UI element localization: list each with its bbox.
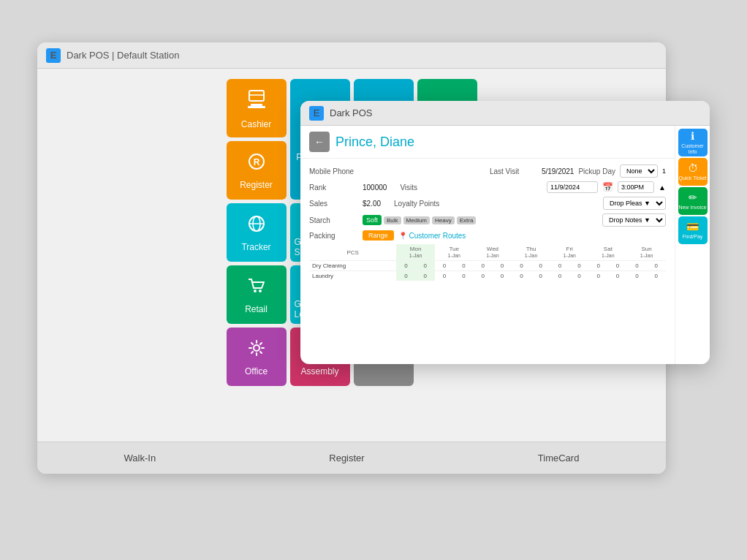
find-pay-label: Find/Pay xyxy=(683,234,703,240)
bottombar-walkin[interactable]: Walk-In xyxy=(113,448,168,468)
date-right: 📅 ▲ xyxy=(547,181,666,193)
starch-bulk[interactable]: Bulk xyxy=(384,216,401,224)
customer-routes-link[interactable]: 📍 Customer Routes xyxy=(398,232,466,240)
tile-cashier[interactable]: Cashier xyxy=(227,79,287,137)
globe-icon xyxy=(246,213,267,238)
loyalty-label: Loyalty Points xyxy=(394,200,441,208)
tile-office[interactable]: Office xyxy=(227,328,287,386)
sched-header-mon: Mon1-Jan xyxy=(396,244,435,261)
last-visit-label: Last Visit xyxy=(490,167,537,175)
back-button[interactable]: ← xyxy=(309,132,330,152)
bottombar-timecard[interactable]: TimeCard xyxy=(526,448,591,468)
pencil-icon: ✏ xyxy=(689,192,697,204)
back-titlebar: E Dark POS | Default Station xyxy=(37,42,666,69)
calendar-icon: 📅 xyxy=(602,182,613,192)
sched-header-sun: Sun1-Jan xyxy=(627,244,666,261)
quick-ticket-label: Quick Ticket xyxy=(678,175,706,181)
new-invoice-label: New Invoice xyxy=(678,205,706,211)
front-title: Dark POS xyxy=(330,107,373,118)
front-titlebar: E Dark POS xyxy=(300,101,710,126)
sched-header-tue: Tue1-Jan xyxy=(435,244,474,261)
svg-point-21 xyxy=(254,290,257,292)
sched-header-thu: Thu1-Jan xyxy=(512,244,550,261)
laundry-row: Laundry 00 00 00 00 00 00 00 xyxy=(309,271,666,281)
cashier-label: Cashier xyxy=(241,119,271,129)
range-button[interactable]: Range xyxy=(363,230,394,241)
gear-icon xyxy=(246,338,267,362)
back-title: Dark POS | Default Station xyxy=(67,50,179,61)
back-logo: E xyxy=(46,48,61,63)
tile-retail[interactable]: Retail xyxy=(227,265,287,324)
cashier-icon xyxy=(245,88,268,115)
visits-label: Visits xyxy=(400,183,447,192)
clock-icon: ⏱ xyxy=(688,162,698,175)
starch-row: Starch Soft Bulk Medium Heavy Extra Drop… xyxy=(309,213,666,227)
drop-pleas-right: Drop Pleas ▼ xyxy=(603,197,666,210)
starch-soft[interactable]: Soft xyxy=(363,215,382,225)
quick-ticket-button[interactable]: ⏱ Quick Ticket xyxy=(678,158,708,186)
card-icon: 💳 xyxy=(686,221,699,233)
retail-label: Retail xyxy=(245,304,268,314)
assembly-label: Assembly xyxy=(300,366,338,377)
last-visit-value: 5/19/2021 xyxy=(542,167,575,175)
sales-label: Sales xyxy=(309,200,357,208)
pickup-day-label: Pickup Day xyxy=(578,167,615,175)
customer-form: Mobile Phone Last Visit 5/19/2021 Pickup… xyxy=(300,159,675,287)
tile-tracker[interactable]: Tracker xyxy=(227,203,287,262)
sched-header-sat: Sat1-Jan xyxy=(589,244,628,261)
front-logo: E xyxy=(309,106,324,121)
mobile-phone-row: Mobile Phone Last Visit 5/19/2021 Pickup… xyxy=(309,164,666,178)
customer-header: ← Prince, Diane xyxy=(300,126,675,159)
sched-header-pcs: PCS xyxy=(309,244,396,261)
drop-notes-select[interactable]: Drop Notes ▼ xyxy=(602,213,666,227)
register-label: Register xyxy=(240,180,273,190)
side-panel: ℹ Customer Info ⏱ Quick Ticket ✏ New Inv… xyxy=(675,126,710,364)
info-icon: ℹ xyxy=(691,130,694,143)
tile-register[interactable]: R Register xyxy=(227,141,287,200)
starch-label: Starch xyxy=(309,216,357,224)
time-arrow: ▲ xyxy=(659,183,666,192)
starch-heavy[interactable]: Heavy xyxy=(432,216,455,224)
schedule-table: PCS Mon1-Jan Tue1-Jan Wed1-Jan Thu1-Jan … xyxy=(309,244,666,281)
pickup-num: 1 xyxy=(662,167,666,175)
cart-icon xyxy=(246,276,267,300)
tracker-label: Tracker xyxy=(241,242,270,252)
mobile-phone-label: Mobile Phone xyxy=(309,167,357,175)
new-invoice-button[interactable]: ✏ New Invoice xyxy=(678,187,708,215)
packing-controls: Range 📍 Customer Routes xyxy=(363,230,466,241)
sales-value: $2.00 xyxy=(363,200,381,208)
rank-value: 100000 xyxy=(363,183,387,192)
sched-header-wed: Wed1-Jan xyxy=(474,244,512,261)
starch-medium[interactable]: Medium xyxy=(403,216,430,224)
sales-row: Sales $2.00 Loyalty Points Drop Pleas ▼ xyxy=(309,197,666,210)
pickup-day-select[interactable]: None xyxy=(620,164,658,178)
packing-row: Packing Range 📍 Customer Routes xyxy=(309,230,666,241)
rank-row: Rank 100000 Visits 📅 ▲ xyxy=(309,181,666,193)
last-visit-right: Last Visit 5/19/2021 Pickup Day None 1 xyxy=(490,164,666,178)
date-input[interactable] xyxy=(547,181,598,193)
starch-extra[interactable]: Extra xyxy=(457,216,477,224)
customer-name: Prince, Diane xyxy=(335,135,414,150)
rank-label: Rank xyxy=(309,183,357,192)
screen-container: E Dark POS | Default Station Cashier xyxy=(37,42,710,518)
svg-text:R: R xyxy=(253,157,259,167)
front-body: ← Prince, Diane Mobile Phone Last Visit … xyxy=(300,126,710,364)
time-input[interactable] xyxy=(618,181,654,193)
svg-point-22 xyxy=(259,290,262,292)
laundry-label: Laundry xyxy=(309,271,396,281)
front-window: E Dark POS ← Prince, Diane Mobile Phone xyxy=(300,101,710,364)
dry-cleaning-label: Dry Cleaning xyxy=(309,261,396,271)
bottom-bar: Walk-In Register TimeCard xyxy=(37,442,666,474)
bottombar-register[interactable]: Register xyxy=(317,448,376,468)
drop-notes-right: Drop Notes ▼ xyxy=(602,213,666,227)
svg-point-25 xyxy=(254,345,259,351)
sched-header-fri: Fri1-Jan xyxy=(550,244,589,261)
find-pay-button[interactable]: 💳 Find/Pay xyxy=(678,216,708,244)
svg-rect-0 xyxy=(249,91,264,101)
drop-pleas-select[interactable]: Drop Pleas ▼ xyxy=(603,197,666,210)
front-main: ← Prince, Diane Mobile Phone Last Visit … xyxy=(300,126,675,364)
customer-info-button[interactable]: ℹ Customer Info xyxy=(678,129,708,156)
svg-rect-3 xyxy=(248,106,265,108)
register-icon: R xyxy=(246,151,267,175)
svg-rect-2 xyxy=(251,104,262,106)
